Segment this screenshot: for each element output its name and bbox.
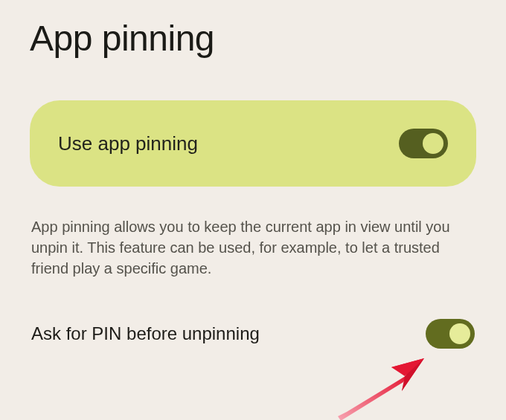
ask-for-pin-row[interactable]: Ask for PIN before unpinning — [30, 319, 476, 349]
app-pinning-description: App pinning allows you to keep the curre… — [30, 216, 476, 279]
ask-for-pin-label: Ask for PIN before unpinning — [31, 323, 260, 344]
ask-for-pin-toggle[interactable] — [426, 319, 475, 349]
use-app-pinning-card[interactable]: Use app pinning — [30, 100, 476, 187]
use-app-pinning-toggle[interactable] — [399, 129, 448, 158]
use-app-pinning-label: Use app pinning — [58, 132, 198, 155]
annotation-arrow-icon — [333, 354, 430, 420]
svg-marker-0 — [338, 375, 408, 420]
toggle-thumb-icon — [423, 133, 443, 154]
svg-marker-3 — [402, 358, 424, 391]
toggle-thumb-icon — [449, 323, 470, 344]
svg-marker-1 — [391, 358, 424, 391]
page-title: App pinning — [30, 18, 476, 59]
svg-marker-2 — [391, 358, 424, 376]
